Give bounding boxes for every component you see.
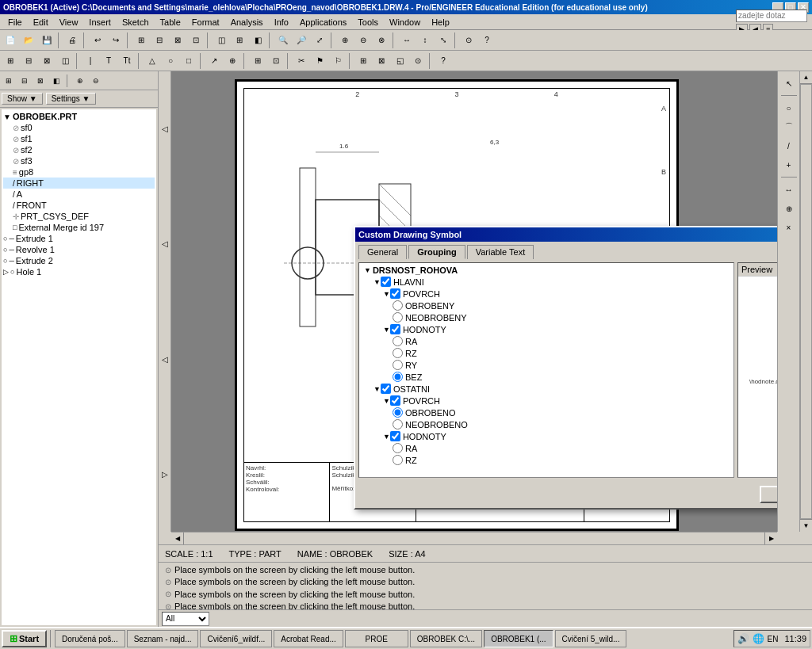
tree-sf0[interactable]: ⊘ sf0 xyxy=(3,122,155,133)
tree-prt-csys[interactable]: ✛ PRT_CSYS_DEF xyxy=(3,211,155,222)
dtree-hodnoty2[interactable]: ▼ HODNOTY xyxy=(361,430,732,442)
scroll-down-btn[interactable]: ▼ xyxy=(800,519,812,532)
ok-button[interactable]: OK xyxy=(760,486,777,503)
tb-b13[interactable]: ⤡ xyxy=(435,32,452,49)
radio-bez1[interactable] xyxy=(393,372,403,382)
tb2-b5[interactable]: | xyxy=(82,52,99,70)
rt-point[interactable]: + xyxy=(780,156,798,174)
search-input[interactable] xyxy=(736,10,807,22)
tb-b6[interactable]: ⊞ xyxy=(231,32,248,49)
vertical-scrollbar[interactable]: ▲ ▼ xyxy=(799,71,812,532)
dtree-hodnoty1[interactable]: ▼ HODNOTY xyxy=(361,323,732,335)
tree-gp8[interactable]: ≡ gp8 xyxy=(3,166,155,178)
tb-b8[interactable]: ⊕ xyxy=(336,32,354,49)
dtree-ostatni[interactable]: ▼ OSTATNI xyxy=(361,383,732,395)
taskbar-btn-cviceni6[interactable]: Cvičení6_wildf... xyxy=(200,630,272,647)
dtree-root[interactable]: ▼ DRSNOST_ROHOVA xyxy=(361,265,732,276)
collapse-left-arrow2[interactable]: ◁ xyxy=(159,239,170,248)
taskbar-btn-dorucena[interactable]: Doručená poš... xyxy=(55,630,125,647)
menu-analysis[interactable]: Analysis xyxy=(226,17,268,28)
menu-view[interactable]: View xyxy=(55,17,83,28)
taskbar-btn-seznam[interactable]: Seznam - najd... xyxy=(127,630,199,647)
tb-help[interactable]: ? xyxy=(478,32,496,49)
lp-tb6[interactable]: ⊖ xyxy=(89,74,103,88)
tb2-b17[interactable]: ⚐ xyxy=(329,52,347,70)
tree-right[interactable]: / RIGHT xyxy=(3,178,155,189)
menu-help[interactable]: Help xyxy=(427,17,454,28)
scroll-right-btn[interactable]: ▶ xyxy=(764,533,777,545)
menu-file[interactable]: File xyxy=(3,17,27,28)
tree-root[interactable]: ▼ OBROBEK.PRT xyxy=(3,111,155,122)
check-povrch2[interactable] xyxy=(390,395,400,406)
radio-neobrobeno[interactable] xyxy=(393,419,403,429)
dtree-neobrobeny[interactable]: NEOBROBENY xyxy=(361,311,732,323)
tree-front[interactable]: / FRONT xyxy=(3,200,155,211)
tree-extrude2[interactable]: ○ ─ Extrude 2 xyxy=(3,255,155,266)
tb2-b15[interactable]: ✂ xyxy=(293,52,310,70)
tb2-b22[interactable]: ? xyxy=(435,52,452,70)
tree-sf3[interactable]: ⊘ sf3 xyxy=(3,155,155,166)
taskbar-btn-proe[interactable]: PROE xyxy=(345,630,408,647)
tb2-b12[interactable]: ⊕ xyxy=(224,52,241,70)
dtree-ry1[interactable]: RY xyxy=(361,359,732,371)
tb-b14[interactable]: ⊙ xyxy=(460,32,477,49)
radio-rz2[interactable] xyxy=(393,455,403,465)
radio-rz1[interactable] xyxy=(393,348,403,358)
menu-format[interactable]: Format xyxy=(187,17,224,28)
show-button[interactable]: Show ▼ xyxy=(2,93,43,105)
rt-b3[interactable]: × xyxy=(780,219,798,236)
tb2-b14[interactable]: ⊡ xyxy=(267,52,285,70)
start-button[interactable]: ⊞ Start xyxy=(2,630,47,647)
rt-select[interactable]: ↖ xyxy=(780,74,798,92)
radio-neobrobeny[interactable] xyxy=(393,312,403,323)
tree-hole1[interactable]: ▷ ○ Hole 1 xyxy=(3,266,155,277)
tb-zoom-out[interactable]: 🔎 xyxy=(293,32,310,49)
tb2-b1[interactable]: ⊞ xyxy=(2,52,19,70)
rt-circle[interactable]: ○ xyxy=(780,99,798,116)
dtree-povrch2[interactable]: ▼ POVRCH xyxy=(361,395,732,407)
tb-undo[interactable]: ↩ xyxy=(89,32,106,49)
lp-tb1[interactable]: ⊞ xyxy=(2,74,16,88)
rt-b2[interactable]: ⊕ xyxy=(780,200,798,217)
dtree-obrobeno[interactable]: OBROBENO xyxy=(361,407,732,418)
rt-arc[interactable]: ⌒ xyxy=(780,118,798,136)
check-hodnoty2[interactable] xyxy=(390,431,400,441)
rt-b1[interactable]: ↔ xyxy=(780,181,798,198)
tab-grouping[interactable]: Grouping xyxy=(408,245,465,259)
tb-new[interactable]: 📄 xyxy=(2,32,19,49)
tb2-b9[interactable]: ○ xyxy=(162,52,179,70)
tab-general[interactable]: General xyxy=(358,245,407,259)
dtree-obrobeny[interactable]: OBROBENY xyxy=(361,300,732,311)
menu-applications[interactable]: Applications xyxy=(295,17,351,28)
expand-right-arrow[interactable]: ▷ xyxy=(159,470,170,479)
lp-tb2[interactable]: ⊟ xyxy=(17,74,32,88)
rt-line[interactable]: / xyxy=(780,137,798,155)
dtree-ra1[interactable]: RA xyxy=(361,335,732,347)
tb-b12[interactable]: ↕ xyxy=(416,32,434,49)
menu-window[interactable]: Window xyxy=(385,17,425,28)
tb-redo[interactable]: ↪ xyxy=(107,32,124,49)
tb2-b7[interactable]: Tt xyxy=(118,52,136,70)
tree-revolve1[interactable]: ○ ─ Revolve 1 xyxy=(3,244,155,255)
tb2-b8[interactable]: △ xyxy=(144,52,161,70)
tree-sf1[interactable]: ⊘ sf1 xyxy=(3,133,155,144)
check-hodnoty1[interactable] xyxy=(390,324,400,334)
menu-edit[interactable]: Edit xyxy=(29,17,53,28)
lp-tb4[interactable]: ◧ xyxy=(49,74,63,88)
dtree-neobrobeno[interactable]: NEOBROBENO xyxy=(361,418,732,430)
dtree-rz2[interactable]: RZ xyxy=(361,454,732,466)
radio-ry1[interactable] xyxy=(393,360,403,370)
tb-b9[interactable]: ⊖ xyxy=(354,32,372,49)
menu-sketch[interactable]: Sketch xyxy=(117,17,154,28)
tb2-b19[interactable]: ⊠ xyxy=(373,52,390,70)
dtree-bez1[interactable]: BEZ xyxy=(361,371,732,383)
dtree-ra2[interactable]: RA xyxy=(361,442,732,454)
tb-b10[interactable]: ⊗ xyxy=(373,32,390,49)
dtree-rz1[interactable]: RZ xyxy=(361,347,732,359)
taskbar-btn-cviceni5[interactable]: Cvičení 5_wild... xyxy=(555,630,627,647)
radio-obrobeno[interactable] xyxy=(393,407,403,418)
settings-button[interactable]: Settings ▼ xyxy=(46,93,96,105)
tb-b3[interactable]: ⊠ xyxy=(169,32,186,49)
tree-sf2[interactable]: ⊘ sf2 xyxy=(3,144,155,155)
tb2-b16[interactable]: ⚑ xyxy=(311,52,328,70)
